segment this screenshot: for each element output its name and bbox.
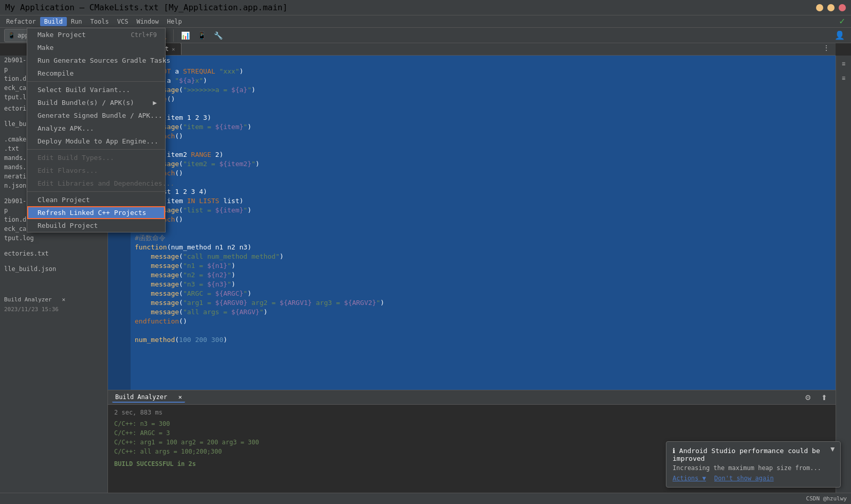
notification-close-button[interactable]: ▼ bbox=[829, 445, 836, 453]
menu-build[interactable]: Build bbox=[40, 17, 67, 26]
tabbar: CMakeLists.txt ✕ ⋮ bbox=[108, 43, 836, 56]
app-icon: 📱 bbox=[8, 32, 15, 39]
titlebar: My Application – CMakeLists.txt [My_Appl… bbox=[0, 0, 851, 15]
list-item[interactable]: tput.log bbox=[0, 233, 107, 243]
separator bbox=[173, 29, 174, 42]
build-analyzer-label: Build Analyzer ✕ bbox=[0, 294, 107, 305]
settings-gear-icon[interactable]: ⚙ bbox=[801, 390, 815, 405]
code-editor[interactable]: 103 104 105 106 107 108 109 110 111 112 … bbox=[108, 56, 836, 390]
notification-body: Increasing the maximum heap size from... bbox=[673, 464, 834, 472]
notification-dismiss-button[interactable]: Don't show again bbox=[714, 475, 774, 482]
close-button[interactable] bbox=[839, 4, 846, 11]
bottom-tabs: Build Analyzer ✕ ⚙ ⬆ bbox=[108, 390, 836, 405]
menu-rebuild[interactable]: Rebuild Project bbox=[27, 219, 165, 232]
notification-actions: Actions ▼ Don't show again bbox=[673, 475, 834, 482]
menu-edit-libraries: Edit Libraries and Dependencies... bbox=[27, 177, 165, 190]
notification: ℹ Android Studio performance could be im… bbox=[666, 441, 841, 488]
menu-window[interactable]: Window bbox=[132, 17, 162, 26]
menubar: Refactor Build Run Tools VCS Window Help bbox=[0, 15, 851, 28]
avd-button[interactable]: 📱 bbox=[194, 28, 209, 43]
maximize-button[interactable] bbox=[827, 4, 835, 11]
notification-title: ℹ Android Studio performance could be im… bbox=[673, 447, 834, 462]
menu-clean-project[interactable]: Clean Project bbox=[27, 193, 165, 206]
menu-refresh-cpp[interactable]: Refresh Linked C++ Projects bbox=[27, 206, 165, 219]
notification-action-button[interactable]: Actions ▼ bbox=[673, 475, 706, 482]
expand-icon[interactable]: ⬆ bbox=[817, 390, 831, 405]
right-icon-1[interactable]: ≡ bbox=[838, 58, 850, 70]
menu-run[interactable]: Run bbox=[67, 17, 86, 26]
user-avatar[interactable]: 👤 bbox=[832, 28, 847, 43]
menu-select-variant[interactable]: Select Build Variant... bbox=[27, 83, 165, 96]
menu-analyze-apk[interactable]: Analyze APK... bbox=[27, 122, 165, 135]
menu-make[interactable]: Make bbox=[27, 41, 165, 54]
statusbar: CSDN @hzulwy bbox=[0, 493, 851, 504]
menu-make-project[interactable]: Make Project Ctrl+F9 bbox=[27, 28, 165, 41]
menu-separator bbox=[27, 81, 165, 82]
editor-column: 103 104 105 106 107 108 109 110 111 112 … bbox=[108, 56, 836, 493]
list-item[interactable]: lle_build.json bbox=[0, 264, 107, 274]
menu-build-bundle[interactable]: Build Bundle(s) / APK(s) ▶ bbox=[27, 96, 165, 109]
build-analyzer-tab[interactable]: Build Analyzer ✕ bbox=[112, 392, 185, 403]
right-icon-2[interactable]: ≡ bbox=[838, 72, 850, 84]
minimize-button[interactable] bbox=[816, 4, 823, 11]
list-item bbox=[0, 258, 107, 264]
menu-tools[interactable]: Tools bbox=[86, 17, 113, 26]
build-line: C/C++: n3 = 300 bbox=[114, 419, 829, 428]
titlebar-title: My Application – CMakeLists.txt [My_Appl… bbox=[5, 3, 287, 12]
menu-deploy-module[interactable]: Deploy Module to App Engine... bbox=[27, 135, 165, 148]
check-mark: ✓ bbox=[839, 15, 845, 26]
build-duration: 2 sec, 883 ms bbox=[114, 408, 829, 417]
menu-signed-bundle[interactable]: Generate Signed Bundle / APK... bbox=[27, 109, 165, 122]
menu-edit-flavors: Edit Flavors... bbox=[27, 164, 165, 177]
menu-run-generate[interactable]: Run Generate Sources Gradle Tasks bbox=[27, 54, 165, 67]
menu-edit-build-types: Edit Build Types... bbox=[27, 151, 165, 164]
list-item[interactable]: ectories.txt bbox=[0, 249, 107, 258]
status-right: CSDN @hzulwy bbox=[806, 495, 847, 502]
menu-refactor[interactable]: Refactor bbox=[2, 17, 40, 26]
menu-vcs[interactable]: VCS bbox=[113, 17, 133, 26]
right-panel: ≡ ≡ bbox=[836, 56, 851, 493]
menu-help[interactable]: Help bbox=[163, 17, 186, 26]
tab-close-icon[interactable]: ✕ bbox=[172, 46, 175, 52]
menu-recompile[interactable]: Recompile bbox=[27, 67, 165, 80]
code-content[interactable]: while(NOT a STREQUAL "xxx") set(a "${a}x… bbox=[131, 56, 836, 390]
sdk-button[interactable]: 🔧 bbox=[211, 28, 225, 43]
menu-separator-3 bbox=[27, 191, 165, 192]
build-line: C/C++: ARGC = 3 bbox=[114, 428, 829, 438]
menu-separator-2 bbox=[27, 149, 165, 150]
sidebar-timestamp: 2023/11/23 15:36 bbox=[0, 305, 107, 314]
titlebar-controls bbox=[816, 4, 846, 11]
list-item bbox=[0, 243, 107, 249]
build-dropdown-menu: Make Project Ctrl+F9 Make Run Generate S… bbox=[27, 28, 166, 232]
profile-button[interactable]: 📊 bbox=[178, 28, 192, 43]
